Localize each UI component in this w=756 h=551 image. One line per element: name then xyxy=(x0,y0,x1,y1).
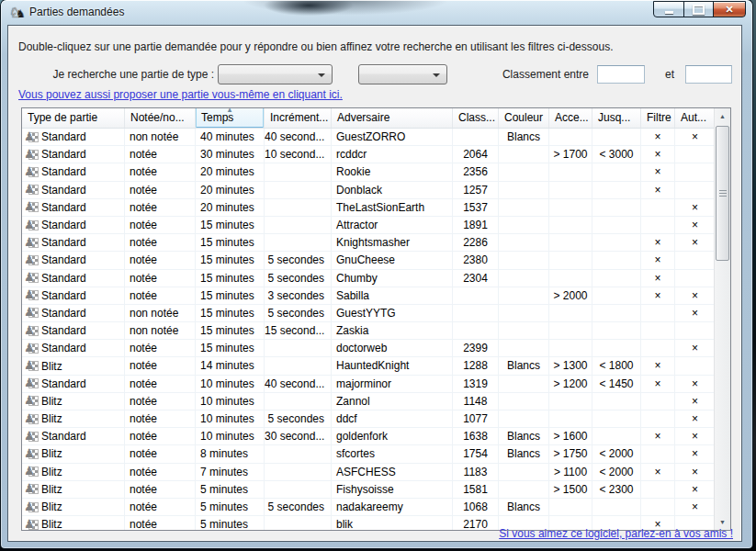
rating-max-input[interactable] xyxy=(685,65,732,84)
pawn-icon: ♟ xyxy=(24,305,35,319)
table-row[interactable]: ♟Blitznotée14 minutesHauntedKnight1288Bl… xyxy=(22,357,715,375)
table-cell: 15 minutes xyxy=(196,305,265,322)
column-header-label: Couleur xyxy=(499,108,548,128)
table-row[interactable]: ♟Blitznotée5 minutes5 secondesnadakareem… xyxy=(22,499,715,516)
table-cell: ♟Standard xyxy=(22,322,125,340)
chess-piece-icon: ♟ xyxy=(25,306,39,320)
table-cell: notée xyxy=(125,146,196,163)
table-row[interactable]: ♟Blitznotée10 minutes5 secondesddcf1077× xyxy=(22,410,715,428)
game-type-combobox[interactable] xyxy=(218,64,333,84)
table-cell: 2286 xyxy=(453,234,499,252)
table-row[interactable]: ♟Standardnon notée15 minutes15 second...… xyxy=(22,322,715,340)
table-row[interactable]: ♟Standardnotée20 minutesDonblack1257× xyxy=(22,182,715,199)
table-cell: ♟Standard xyxy=(22,428,125,445)
column-header[interactable]: ▴Temps xyxy=(196,108,265,128)
pawn-icon: ♟ xyxy=(24,129,35,143)
table-cell xyxy=(499,305,549,322)
column-header[interactable]: Filtre xyxy=(641,108,675,128)
column-header[interactable]: Class... xyxy=(453,108,499,128)
column-header[interactable]: Acce... xyxy=(549,108,592,128)
table-cell: notée xyxy=(125,464,196,481)
table-row[interactable]: ♟Blitznotée5 minutesFishysoisse1581> 150… xyxy=(22,481,715,499)
table-row[interactable]: ♟Blitznotée10 minutesZannol1148× xyxy=(22,393,715,410)
table-cell: ddcf xyxy=(332,410,453,428)
table-cell: × xyxy=(675,376,715,393)
window: ♘ ♞ Parties demandées ✕ Double-cliquez s… xyxy=(1,0,752,548)
table-cell: notée xyxy=(125,393,196,410)
table-row[interactable]: ♟Standardnotée15 minutesdoctorweb2399× xyxy=(22,340,715,357)
title-bar[interactable]: ♘ ♞ Parties demandées ✕ xyxy=(1,0,752,25)
table-cell xyxy=(265,182,332,199)
column-header[interactable]: Jusq... xyxy=(592,108,641,128)
table-cell: × xyxy=(641,428,675,445)
column-header-label: Incrément... xyxy=(265,108,331,128)
table-cell: × xyxy=(641,252,675,269)
close-button[interactable]: ✕ xyxy=(713,1,746,17)
table-row[interactable]: ♟Standardnon notée40 minutes40 second...… xyxy=(22,129,715,146)
cell-label: Standard xyxy=(41,217,86,233)
table-cell: 5 secondes xyxy=(265,270,332,287)
table-cell xyxy=(265,234,332,252)
table-row[interactable]: ♟Standardnotée10 minutes40 second...majo… xyxy=(22,376,715,393)
scroll-up-button[interactable]: ▲ xyxy=(715,108,730,124)
pawn-icon: ♟ xyxy=(24,199,35,213)
table-cell: Rookie xyxy=(332,163,453,181)
game-subtype-combobox[interactable] xyxy=(358,64,447,84)
table-cell xyxy=(265,340,332,357)
column-header[interactable]: Notée/no... xyxy=(125,108,196,128)
pawn-icon: ♟ xyxy=(24,481,35,495)
table-cell: > 1100 xyxy=(549,464,592,481)
cell-label: Blitz xyxy=(41,358,62,375)
share-link[interactable]: Si vous aimez ce logiciel, parlez-en à v… xyxy=(499,527,733,540)
table-cell: ♟Standard xyxy=(22,199,125,217)
table-cell xyxy=(549,163,592,181)
table-row[interactable]: ♟Standardnotée15 minutes5 secondesChumby… xyxy=(22,270,715,287)
table-row[interactable]: ♟Blitznotée8 minutessfcortes1754Blancs> … xyxy=(22,445,715,463)
column-header[interactable]: Aut... xyxy=(675,108,715,128)
table-row[interactable]: ♟Standardnon notée15 minutes5 secondesGu… xyxy=(22,305,715,322)
propose-game-link[interactable]: Vous pouvez aussi proposer une partie vo… xyxy=(18,88,343,101)
table-row[interactable]: ♟Standardnotée10 minutes30 second...gold… xyxy=(22,428,715,445)
chess-piece-icon: ♟ xyxy=(25,219,39,232)
table-row[interactable]: ♟Standardnotée15 minutes3 secondesSabill… xyxy=(22,287,715,305)
table-cell: TheLastSionEarth xyxy=(332,199,453,217)
column-header[interactable]: Couleur xyxy=(499,108,549,128)
table-cell: > 1300 xyxy=(549,357,592,375)
table-cell: 5 minutes xyxy=(196,516,265,530)
table-row[interactable]: ♟Standardnotée15 minutes5 secondesGnuChe… xyxy=(22,252,715,269)
chess-piece-icon: ♟ xyxy=(25,253,39,267)
chess-piece-icon: ♟ xyxy=(25,288,39,302)
table-cell xyxy=(675,270,715,287)
column-header[interactable]: Incrément... xyxy=(265,108,332,128)
games-table: Type de partieNotée/no...▴TempsIncrément… xyxy=(21,107,731,531)
column-header[interactable]: Type de partie xyxy=(22,108,125,128)
minimize-button[interactable] xyxy=(653,1,684,17)
table-cell xyxy=(265,199,332,217)
chess-piece-icon: ♟ xyxy=(25,394,39,408)
table-cell xyxy=(453,287,499,305)
table-cell: ♟Standard xyxy=(22,217,125,234)
table-cell: notée xyxy=(125,234,196,252)
table-row[interactable]: ♟Standardnotée15 minutesAttractor1891× xyxy=(22,217,715,234)
maximize-button[interactable] xyxy=(683,1,714,17)
table-row[interactable]: ♟Standardnotée20 minutesRookie2356× xyxy=(22,163,715,181)
table-row[interactable]: ♟Standardnotée30 minutes10 second...rcdd… xyxy=(22,146,715,163)
column-header[interactable]: Adversaire xyxy=(332,108,453,128)
column-header-label: Type de partie xyxy=(22,108,124,128)
scrollbar-thumb[interactable] xyxy=(716,126,729,261)
table-row[interactable]: ♟Standardnotée20 minutesTheLastSionEarth… xyxy=(22,199,715,217)
table-cell: notée xyxy=(125,410,196,428)
table-cell: 10 minutes xyxy=(196,376,265,393)
vertical-scrollbar[interactable]: ▲ ▼ xyxy=(714,108,730,530)
table-cell: ♟Standard xyxy=(22,252,125,269)
table-cell: × xyxy=(641,376,675,393)
table-row[interactable]: ♟Standardnotée15 minutesKnightsmasher228… xyxy=(22,234,715,252)
table-cell: notée xyxy=(125,270,196,287)
table-row[interactable]: ♟Blitznotée7 minutesASFCHESS1183> 1100< … xyxy=(22,464,715,481)
table-cell: × xyxy=(641,163,675,181)
rating-min-input[interactable] xyxy=(597,65,645,84)
chess-piece-icon: ♟ xyxy=(25,500,39,514)
table-cell: notée xyxy=(125,182,196,199)
table-cell: 15 minutes xyxy=(196,340,265,357)
table-cell: > 1500 xyxy=(549,481,592,499)
